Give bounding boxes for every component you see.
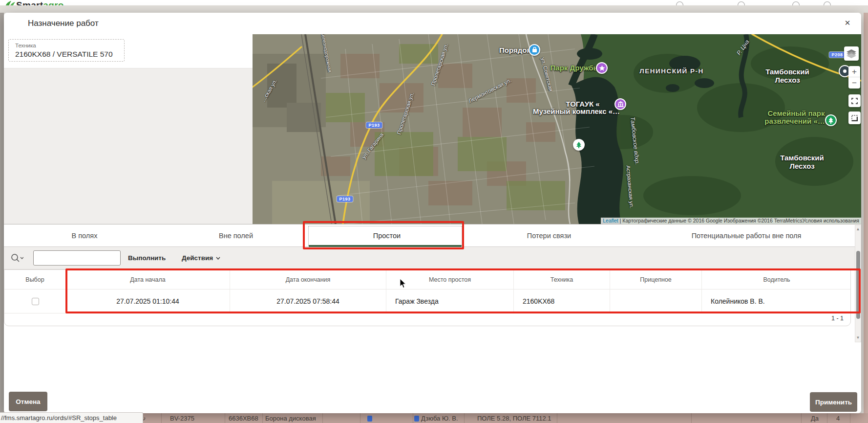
apply-button[interactable]: Применить xyxy=(810,392,857,412)
leaflet-link[interactable]: Leaflet xyxy=(603,218,618,223)
column-header-7: Водитель xyxy=(702,270,851,289)
row-cell-4: Гараж Звезда xyxy=(386,289,514,313)
column-header-6: Прицепное xyxy=(610,270,702,289)
tab-вне-полей[interactable]: Вне полей xyxy=(219,232,253,240)
page-header: Smartagro xyxy=(0,0,868,5)
chevron-down-icon xyxy=(216,257,220,260)
map-label: Лесхоз xyxy=(775,76,800,84)
background-divider xyxy=(801,413,802,423)
table-toolbar: Выполнить Действия xyxy=(4,247,861,269)
dim-overlay-top xyxy=(0,5,868,13)
amusement-park-marker[interactable] xyxy=(825,114,837,126)
tech-field[interactable]: Техника 2160KX68 / VERSATILE 570 xyxy=(8,39,125,62)
scroll-up-icon[interactable]: ▲ xyxy=(855,226,861,232)
background-divider xyxy=(413,413,413,423)
row-cell-5: 2160KX68 xyxy=(514,289,610,313)
map-attribution-text: | Картографические данные © 2016 Google … xyxy=(620,218,859,223)
shop-marker[interactable] xyxy=(529,44,540,56)
background-divider xyxy=(360,413,360,423)
tech-field-label: Техника xyxy=(15,43,36,48)
map-label: Семейный парк xyxy=(768,109,825,117)
map-label: Лесхоз xyxy=(789,162,814,170)
logo-text-smart: Smart xyxy=(16,0,43,5)
table-footer: 1 - 1 xyxy=(4,313,850,326)
map-label: ЛЕНИНСКИЙ Р-Н xyxy=(639,67,704,75)
zoom-out-button[interactable]: − xyxy=(848,77,860,89)
search-input[interactable] xyxy=(33,250,121,266)
map-label: Парк Дружбы xyxy=(550,64,600,72)
map-label: Тамбовский xyxy=(765,67,809,76)
row-cell-3: 27.07.2025 07:58:44 xyxy=(230,289,386,313)
background-divider xyxy=(557,413,557,423)
table-row[interactable]: 27.07.2025 01:10:4427.07.2025 07:58:44Га… xyxy=(4,289,850,313)
background-cell: BV-2375 xyxy=(170,415,194,422)
background-cell: 6636XB68 xyxy=(229,415,258,422)
background-divider xyxy=(161,413,162,423)
background-cell: Дзюба Ю. В. xyxy=(421,415,458,422)
background-cell: Да xyxy=(811,415,819,422)
select-area-control[interactable] xyxy=(848,111,861,124)
map-label: Тамбовский xyxy=(780,154,824,162)
search-icon[interactable] xyxy=(11,252,31,264)
column-header-3: Дата окончания xyxy=(230,270,386,289)
tabs-bar: В поляхВне полейПростоиПотери связиПотен… xyxy=(4,224,861,247)
dim-overlay-left xyxy=(0,13,4,413)
scrollbar-thumb[interactable] xyxy=(856,251,860,319)
background-divider xyxy=(827,413,827,423)
tab-потенциальные-работы-вне-поля[interactable]: Потенциальные работы вне поля xyxy=(692,232,802,240)
header-icon xyxy=(792,1,800,5)
cancel-button[interactable]: Отмена xyxy=(9,392,47,411)
map-label: Порядок xyxy=(499,46,530,54)
doc-icon xyxy=(367,416,372,422)
actions-label: Действия xyxy=(182,247,213,269)
screenshot-stage: Smartagro ↻ BV-23756636XB68Борона дисков… xyxy=(0,0,868,423)
browser-status-url: //fms.smartagro.ru/ords/#SR_stops_table xyxy=(0,412,143,423)
tab-в-полях[interactable]: В полях xyxy=(72,232,98,240)
modal-title: Назначение работ xyxy=(28,19,99,28)
column-header-2: Дата начала xyxy=(66,270,230,289)
road-badge-p193: P193 xyxy=(366,122,382,128)
zoom-controls: + − xyxy=(848,66,860,89)
row-cell-7: Колейников В. В. xyxy=(702,289,851,313)
background-divider xyxy=(262,413,263,423)
map-label: развлечений «… xyxy=(764,117,825,125)
logo-text-agro: agro xyxy=(43,0,64,5)
close-icon[interactable]: ✕ xyxy=(842,18,853,28)
map-imagery xyxy=(253,34,861,224)
actions-menu-button[interactable]: Действия xyxy=(182,247,220,269)
museum-marker[interactable] xyxy=(614,98,626,110)
smartagro-logo: Smartagro xyxy=(3,0,64,5)
tech-field-value: 2160KX68 / VERSATILE 570 xyxy=(15,50,113,59)
background-divider xyxy=(691,413,692,423)
map-attribution: Leaflet | Картографические данные © 2016… xyxy=(601,218,861,224)
background-divider xyxy=(225,413,225,423)
content-scrollbar[interactable]: ▲ ▼ xyxy=(855,225,861,342)
column-header-1: Выбор xyxy=(4,270,66,289)
background-divider xyxy=(464,413,465,423)
pagination: 1 - 1 xyxy=(831,315,844,322)
header-icon xyxy=(824,1,831,5)
satellite-map[interactable]: ПорядокПарк ДружбыЛЕНИНСКИЙ Р-НТОГАУК «М… xyxy=(253,34,861,224)
background-cell: 4 xyxy=(836,415,840,422)
park-marker[interactable] xyxy=(596,62,608,74)
work-assignment-modal: Назначение работ ✕ Техника 2160KX68 / VE… xyxy=(4,13,861,413)
map-label: Музейный комплекс «… xyxy=(533,107,620,115)
layers-control[interactable] xyxy=(844,46,859,61)
road-badge-p193: P193 xyxy=(337,196,353,202)
scroll-down-icon[interactable]: ▼ xyxy=(855,335,861,341)
column-header-5: Техника xyxy=(514,270,610,289)
tab-потери-связи[interactable]: Потери связи xyxy=(527,232,571,240)
driver-icon xyxy=(414,416,419,422)
execute-button[interactable]: Выполнить xyxy=(128,247,166,269)
tab-простои[interactable]: Простои xyxy=(373,232,401,240)
smartagro-logo-icon xyxy=(3,0,16,5)
park-poi-marker[interactable] xyxy=(573,139,585,151)
background-cell: Борона дисковая xyxy=(265,415,316,422)
background-divider xyxy=(322,413,323,423)
row-cell-1 xyxy=(4,289,66,313)
background-divider xyxy=(850,413,850,423)
fullscreen-control[interactable] xyxy=(848,94,861,107)
zoom-in-button[interactable]: + xyxy=(848,66,860,77)
background-cell: ПОЛЕ 5.28, ПОЛЕ 7112.1 xyxy=(477,415,551,422)
idle-periods-table: ВыборДата началаДата окончанияМесто прос… xyxy=(4,269,851,326)
